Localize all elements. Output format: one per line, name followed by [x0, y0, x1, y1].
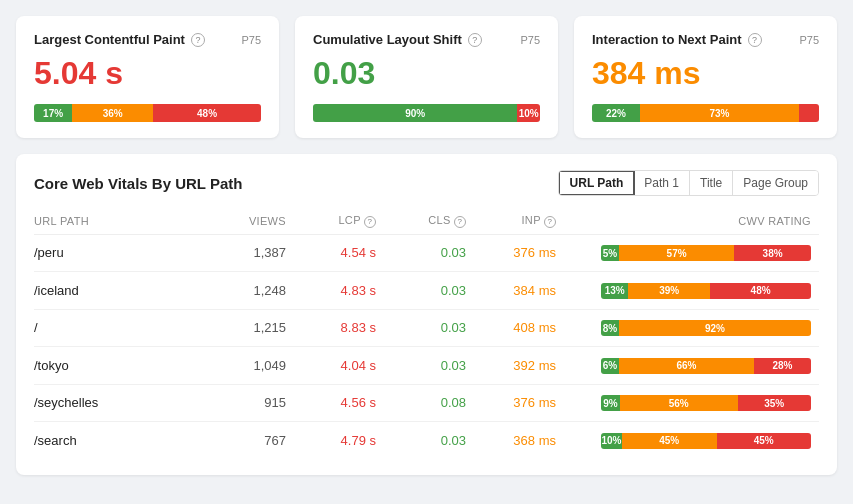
rating-bar-0: 5%57%38% — [601, 245, 811, 261]
rating-seg-0-2: 38% — [734, 245, 811, 261]
metric-cards-container: Largest Contentful Paint?P755.04 s17%36%… — [16, 16, 837, 138]
tab-title[interactable]: Title — [690, 171, 733, 195]
metric-card-inp: Interaction to Next Paint?P75384 ms22%73… — [574, 16, 837, 138]
table-header-row-el: URL PATHVIEWSLCP ?CLS ?INP ?CWV RATING — [34, 208, 819, 234]
row-1-path: /iceland — [34, 272, 214, 310]
row-3-views: 1,049 — [214, 347, 294, 385]
metric-title-lcp: Largest Contentful Paint — [34, 32, 185, 47]
progress-segment-lcp-2: 48% — [153, 104, 261, 122]
table-row: /1,2158.83 s0.03408 ms8%92% — [34, 309, 819, 347]
table-head: URL PATHVIEWSLCP ?CLS ?INP ?CWV RATING — [34, 208, 819, 234]
row-5-rating: 10%45%45% — [564, 422, 819, 459]
metric-title-cls: Cumulative Layout Shift — [313, 32, 462, 47]
rating-seg-1-2: 48% — [710, 283, 811, 299]
row-5-views: 767 — [214, 422, 294, 459]
rating-seg-5-2: 45% — [717, 433, 812, 449]
row-4-views: 915 — [214, 384, 294, 422]
rating-seg-0-1: 57% — [619, 245, 734, 261]
info-icon-cls[interactable]: ? — [468, 33, 482, 47]
tab-page-group[interactable]: Page Group — [733, 171, 818, 195]
row-2-inp: 408 ms — [474, 309, 564, 347]
rating-seg-1-1: 39% — [628, 283, 710, 299]
progress-bar-cls: 90%10% — [313, 104, 540, 122]
col-header-cls: CLS ? — [384, 208, 474, 234]
rating-seg-2-1: 92% — [619, 320, 811, 336]
progress-segment-lcp-1: 36% — [72, 104, 153, 122]
tab-url-path[interactable]: URL Path — [558, 170, 636, 196]
metric-header-cls: Cumulative Layout Shift?P75 — [313, 32, 540, 47]
row-3-rating: 6%66%28% — [564, 347, 819, 385]
col-header-rating: CWV RATING — [564, 208, 819, 234]
col-header-path: URL PATH — [34, 208, 214, 234]
metric-title-inp: Interaction to Next Paint — [592, 32, 742, 47]
table-row: /search7674.79 s0.03368 ms10%45%45% — [34, 422, 819, 459]
tab-group: URL PathPath 1TitlePage Group — [558, 170, 819, 196]
metric-badge-cls: P75 — [520, 34, 540, 46]
data-table: URL PATHVIEWSLCP ?CLS ?INP ?CWV RATING /… — [34, 208, 819, 459]
col-header-views: VIEWS — [214, 208, 294, 234]
row-2-lcp: 8.83 s — [294, 309, 384, 347]
rating-seg-1-0: 13% — [601, 283, 628, 299]
progress-segment-lcp-0: 17% — [34, 104, 72, 122]
metric-value-cls: 0.03 — [313, 55, 540, 92]
progress-segment-cls-1: 10% — [517, 104, 540, 122]
row-4-lcp: 4.56 s — [294, 384, 384, 422]
row-4-path: /seychelles — [34, 384, 214, 422]
row-2-rating: 8%92% — [564, 309, 819, 347]
row-5-lcp: 4.79 s — [294, 422, 384, 459]
row-3-inp: 392 ms — [474, 347, 564, 385]
info-icon-col-cls[interactable]: ? — [454, 216, 466, 228]
rating-bar-3: 6%66%28% — [601, 358, 811, 374]
col-header-inp: INP ? — [474, 208, 564, 234]
rating-seg-4-1: 56% — [620, 395, 738, 411]
row-3-lcp: 4.04 s — [294, 347, 384, 385]
row-2-views: 1,215 — [214, 309, 294, 347]
row-1-inp: 384 ms — [474, 272, 564, 310]
rating-seg-5-1: 45% — [622, 433, 717, 449]
row-2-path: / — [34, 309, 214, 347]
info-icon-col-inp[interactable]: ? — [544, 216, 556, 228]
table-section: Core Web Vitals By URL Path URL PathPath… — [16, 154, 837, 475]
metric-header-lcp: Largest Contentful Paint?P75 — [34, 32, 261, 47]
info-icon-col-lcp[interactable]: ? — [364, 216, 376, 228]
table-row: /tokyo1,0494.04 s0.03392 ms6%66%28% — [34, 347, 819, 385]
progress-segment-inp-2 — [799, 104, 819, 122]
row-0-rating: 5%57%38% — [564, 234, 819, 272]
table-body: /peru1,3874.54 s0.03376 ms5%57%38%/icela… — [34, 234, 819, 459]
row-2-cls: 0.03 — [384, 309, 474, 347]
row-1-lcp: 4.83 s — [294, 272, 384, 310]
info-icon-inp[interactable]: ? — [748, 33, 762, 47]
metric-badge-lcp: P75 — [241, 34, 261, 46]
metric-card-cls: Cumulative Layout Shift?P750.0390%10% — [295, 16, 558, 138]
row-1-views: 1,248 — [214, 272, 294, 310]
tab-path-1[interactable]: Path 1 — [634, 171, 690, 195]
rating-seg-4-0: 9% — [601, 395, 620, 411]
row-5-cls: 0.03 — [384, 422, 474, 459]
metric-card-lcp: Largest Contentful Paint?P755.04 s17%36%… — [16, 16, 279, 138]
metric-value-lcp: 5.04 s — [34, 55, 261, 92]
table-section-title: Core Web Vitals By URL Path — [34, 175, 242, 192]
row-4-cls: 0.08 — [384, 384, 474, 422]
progress-segment-cls-0: 90% — [313, 104, 517, 122]
rating-seg-3-2: 28% — [754, 358, 811, 374]
row-5-inp: 368 ms — [474, 422, 564, 459]
row-5-path: /search — [34, 422, 214, 459]
table-row: /peru1,3874.54 s0.03376 ms5%57%38% — [34, 234, 819, 272]
metric-value-inp: 384 ms — [592, 55, 819, 92]
table-row: /iceland1,2484.83 s0.03384 ms13%39%48% — [34, 272, 819, 310]
rating-bar-2: 8%92% — [601, 320, 811, 336]
progress-segment-inp-1: 73% — [640, 104, 799, 122]
rating-seg-4-2: 35% — [738, 395, 812, 411]
table-header-row: Core Web Vitals By URL Path URL PathPath… — [34, 170, 819, 196]
rating-bar-4: 9%56%35% — [601, 395, 811, 411]
rating-bar-1: 13%39%48% — [601, 283, 811, 299]
row-4-rating: 9%56%35% — [564, 384, 819, 422]
table-row: /seychelles9154.56 s0.08376 ms9%56%35% — [34, 384, 819, 422]
rating-bar-5: 10%45%45% — [601, 433, 811, 449]
rating-seg-5-0: 10% — [601, 433, 622, 449]
metric-badge-inp: P75 — [799, 34, 819, 46]
metric-header-inp: Interaction to Next Paint?P75 — [592, 32, 819, 47]
progress-segment-inp-0: 22% — [592, 104, 640, 122]
info-icon-lcp[interactable]: ? — [191, 33, 205, 47]
progress-bar-lcp: 17%36%48% — [34, 104, 261, 122]
